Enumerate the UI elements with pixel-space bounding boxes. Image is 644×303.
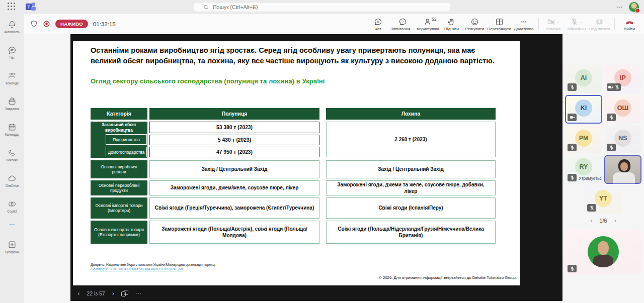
teams-title-bar: Пошук (Ctrl+Alt+E) ⋯: [0, 0, 644, 14]
slide-grid-icon[interactable]: [121, 290, 129, 297]
rail-more-button[interactable]: ⋯: [0, 219, 24, 234]
blueberry-total-value: 2 260 т (2023): [326, 122, 496, 157]
camera-off-icon: [608, 84, 613, 90]
status-chip: [607, 83, 621, 91]
avatar: YT: [595, 190, 612, 207]
slide-page-indicator: 22 із 57: [87, 290, 105, 296]
smiley-icon: [470, 18, 479, 26]
react-button[interactable]: Реагувати: [463, 14, 487, 34]
camera-button[interactable]: ⌄ Камера: [542, 14, 565, 34]
strawberry-total-value: 53 380 т (2023): [149, 122, 319, 133]
table-header-blueberry: Лохина: [326, 108, 496, 120]
camera-chevron-icon[interactable]: ⌄: [556, 20, 560, 24]
app-launcher-icon[interactable]: [8, 3, 17, 12]
on-hold-label: Утримується: [579, 176, 602, 181]
more-dots-icon: [519, 18, 528, 26]
next-slide-icon[interactable]: ›: [112, 289, 114, 297]
leave-button[interactable]: Вийти: [618, 14, 641, 34]
qa-button[interactable]: ? Запитання ...: [389, 14, 416, 34]
row-exports-blueberry: Свіжі ягоди (Польща/Нідерланди/Грузія/Ні…: [326, 221, 496, 244]
more-button[interactable]: Додатково: [512, 14, 535, 34]
mic-off-icon: [609, 145, 614, 150]
mic-off-icon: [589, 205, 595, 211]
participant-tile[interactable]: PM: [566, 126, 602, 153]
avatar: [588, 236, 619, 267]
camera-on-icon: [570, 115, 575, 120]
avatar: NS: [614, 130, 631, 147]
row-processed-label: Основні перероблені продукти: [91, 180, 147, 195]
titlebar-more-icon[interactable]: ⋯: [616, 4, 623, 11]
sector-table: Категорія Полуниця Лохина Загальний обся…: [91, 108, 496, 245]
view-button[interactable]: Переглянути: [487, 14, 512, 34]
rail-item-calendar[interactable]: Календар: [0, 117, 24, 142]
slide-title: Останніми роками виробництво ягід зроста…: [91, 45, 501, 66]
status-chip: [607, 144, 616, 151]
participant-tile[interactable]: YT: [585, 186, 621, 214]
status-chip: [568, 265, 577, 272]
status-chip: [568, 174, 577, 181]
rail-item-apps[interactable]: Програми: [0, 234, 24, 260]
row-processed-strawberry: Заморожені ягоди, джем/желе, соусове пюр…: [149, 180, 319, 195]
slide-subtitle: Огляд сектору сільського господарства (п…: [91, 77, 325, 85]
source-link[interactable]: e-catalogue_ THE УКРАЇНСЬКА ЯГОДА INDUST…: [91, 267, 183, 271]
source-text: Джерело: Національне бюро статистики Укр…: [91, 263, 215, 266]
view-grid-icon: [495, 18, 504, 26]
camera-off-icon: [547, 18, 555, 26]
rail-item-onedrive[interactable]: OneDrive: [0, 168, 24, 193]
table-header-category: Категорія: [91, 108, 147, 120]
participant-tile-active[interactable]: KI: [566, 95, 602, 123]
prev-slide-icon[interactable]: ‹: [77, 289, 79, 297]
status-chip: [587, 204, 596, 212]
participant-tile[interactable]: AI: [566, 65, 602, 93]
calendar-icon: [8, 123, 17, 132]
spotlight-participant-tile[interactable]: [566, 229, 641, 274]
microphone-button[interactable]: ⌄ Мікрофон: [565, 14, 588, 34]
status-chip: [607, 114, 616, 121]
slide-more-icon[interactable]: ⋯: [136, 290, 142, 296]
row-regions-label: Основні виробничі регіони: [91, 160, 147, 178]
raise-hand-button[interactable]: Підняти: [440, 14, 463, 34]
participant-tile[interactable]: IP: [605, 65, 641, 93]
mic-off-icon: [614, 84, 620, 90]
mic-off-icon: [609, 115, 614, 120]
production-households-label: Домогосподарства: [106, 147, 147, 157]
pager-prev-icon[interactable]: ‹: [590, 217, 592, 224]
recording-icon: [43, 20, 50, 28]
live-badge: НАЖИВО: [55, 20, 88, 28]
participant-tile[interactable]: NS: [605, 126, 641, 153]
user-avatar[interactable]: [629, 2, 639, 12]
mic-chevron-icon[interactable]: ⌄: [580, 20, 583, 24]
search-input[interactable]: Пошук (Ctrl+Alt+E): [194, 2, 450, 12]
mic-off-icon: [570, 18, 579, 26]
rail-item-activity[interactable]: Активність: [0, 14, 24, 40]
svg-text:?: ?: [401, 19, 404, 24]
row-regions-strawberry: Захід / Центральний Захід: [149, 160, 319, 178]
rail-item-tasks[interactable]: Завдання: [0, 91, 24, 117]
row-imports-label: Основні імпортні товари (Імпортери): [91, 197, 147, 219]
pager-indicator: 1/6: [599, 218, 607, 224]
teams-people-icon: [8, 71, 17, 80]
chat-button[interactable]: Чат: [366, 14, 389, 34]
rail-item-calls[interactable]: Виклики: [0, 142, 24, 168]
pager-next-icon[interactable]: ›: [614, 217, 616, 224]
participants-button[interactable]: 52 Користувачі: [416, 14, 440, 34]
copilot-icon: [8, 199, 17, 209]
share-screen-icon: [595, 18, 604, 26]
slide: Останніми роками виробництво ягід зроста…: [73, 41, 520, 285]
status-chip: [568, 83, 577, 91]
participant-tile[interactable]: ОШ: [605, 95, 641, 123]
rail-item-copilot[interactable]: Copilot: [0, 193, 24, 219]
presentation-stage: Останніми роками виробництво ягід зроста…: [70, 34, 562, 301]
app-rail: Активність Чат Команди Завдання Календар…: [0, 14, 24, 303]
participant-video-tile[interactable]: [605, 156, 641, 183]
rail-item-chat[interactable]: Чат: [0, 40, 24, 65]
table-header-strawberry: Полуниця: [149, 108, 319, 120]
video-person: [613, 172, 635, 183]
row-imports-strawberry: Свіжі ягоди (Греція/Туреччина), замороже…: [149, 197, 319, 219]
participant-tile[interactable]: RY Утримується: [566, 156, 602, 183]
share-button[interactable]: Поділитися: [588, 14, 611, 34]
mic-off-icon: [570, 84, 575, 90]
rail-item-teams[interactable]: Команди: [0, 65, 24, 91]
copyright-text: © 2026. Для отримання інформації звертай…: [379, 275, 517, 280]
avatar: PM: [575, 130, 592, 147]
